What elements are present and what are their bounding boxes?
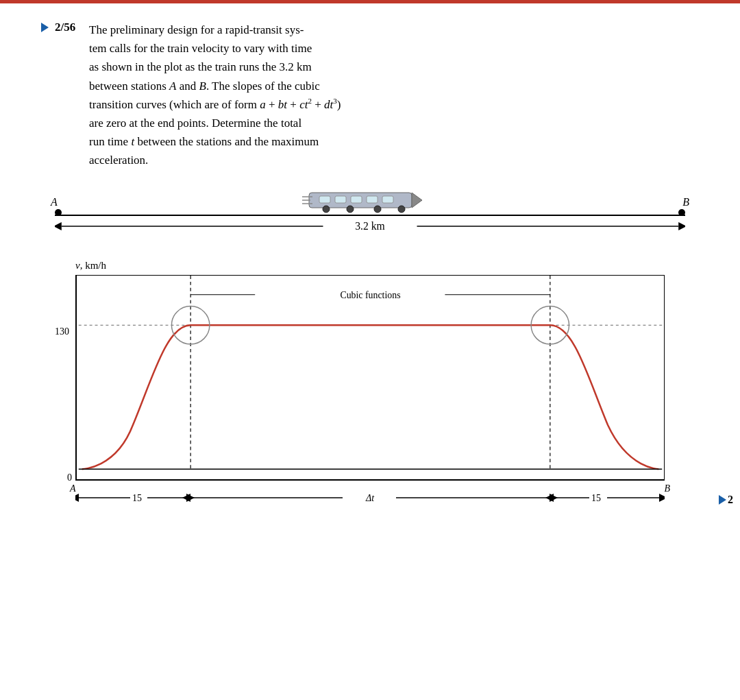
svg-text:15: 15: [591, 493, 601, 503]
svg-marker-1: [412, 193, 422, 208]
graph-section: v, km/h 130 0 Cubic functions: [41, 259, 699, 518]
svg-rect-2: [319, 196, 330, 203]
problem-header: 2/56 The preliminary design for a rapid-…: [41, 21, 699, 170]
train-image: [302, 187, 426, 217]
svg-point-8: [347, 206, 354, 213]
content-area: 2/56 The preliminary design for a rapid-…: [41, 21, 699, 518]
y-label-0: 0: [67, 472, 72, 483]
svg-point-10: [398, 206, 405, 213]
svg-rect-4: [351, 196, 362, 203]
y-label-130: 130: [55, 326, 69, 337]
x-label-b: B: [664, 483, 670, 494]
problem-arrow-icon: [41, 23, 49, 32]
svg-text:Cubic functions: Cubic functions: [340, 289, 400, 300]
next-problem-indicator: 2: [719, 494, 733, 506]
svg-text:Δt: Δt: [365, 493, 375, 503]
svg-rect-3: [335, 196, 346, 203]
top-red-bar: [0, 0, 740, 3]
problem-description: The preliminary design for a rapid-trans…: [89, 21, 699, 170]
station-a-dot: [55, 209, 62, 216]
svg-text:15: 15: [132, 493, 142, 503]
distance-arrow-svg: 3.2 km: [55, 219, 685, 233]
next-problem-num: 2: [728, 494, 733, 506]
graph-wrapper: 130 0 Cubic functions: [41, 275, 699, 518]
y-axis-unit: , km/h: [80, 260, 106, 271]
problem-number: 2/56: [41, 21, 89, 34]
station-a-label: A: [51, 196, 58, 208]
velocity-graph: Cubic functions: [75, 275, 665, 481]
y-axis-title: v: [75, 260, 80, 271]
x-axis-labels: A B: [75, 481, 665, 518]
problem-num-text: 2/56: [55, 21, 75, 34]
station-b-dot: [678, 209, 685, 216]
train-diagram: A B: [41, 184, 699, 245]
x-axis-arrows-svg: 15 Δt 15: [75, 481, 665, 515]
svg-rect-6: [382, 196, 393, 203]
train-svg: [302, 187, 426, 215]
graph-svg: Cubic functions: [77, 276, 664, 479]
svg-rect-5: [367, 196, 378, 203]
svg-point-7: [323, 206, 330, 213]
y-axis-title-container: v, km/h: [75, 259, 699, 271]
station-b-label: B: [682, 196, 689, 208]
svg-text:3.2 km: 3.2 km: [355, 219, 385, 231]
next-arrow-icon: [719, 495, 726, 505]
svg-point-9: [374, 206, 381, 213]
